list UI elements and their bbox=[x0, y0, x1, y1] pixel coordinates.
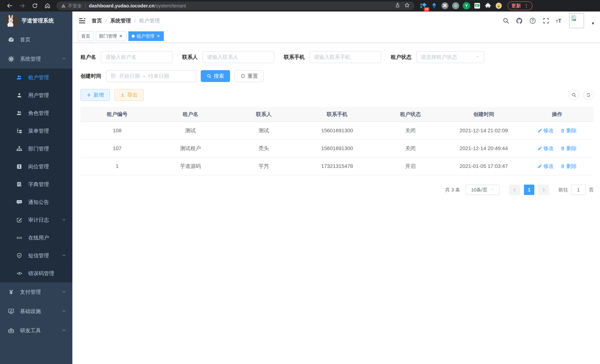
edit-button[interactable]: 修改 bbox=[537, 127, 554, 134]
caret-down-icon[interactable]: ▼ bbox=[591, 21, 595, 26]
contact-input[interactable] bbox=[207, 54, 270, 60]
sidebar-item-notice[interactable]: 通知公告 bbox=[0, 193, 72, 211]
export-button[interactable]: 导出 bbox=[114, 89, 144, 101]
breadcrumb-system[interactable]: 系统管理 bbox=[110, 17, 131, 24]
user-icon bbox=[16, 92, 23, 99]
sidebar-item-post[interactable]: 岗位管理 bbox=[0, 158, 72, 176]
extension-diamond[interactable]: 10 bbox=[420, 2, 427, 9]
delete-button[interactable]: 删除 bbox=[560, 163, 577, 170]
toggle-search-button[interactable] bbox=[569, 90, 579, 100]
sidebar-item-sms[interactable]: 短信管理 bbox=[0, 247, 72, 265]
font-size-button[interactable]: TT bbox=[556, 18, 562, 24]
browser-back-button[interactable] bbox=[4, 1, 16, 10]
close-icon[interactable]: ✕ bbox=[156, 34, 160, 38]
question-circle-icon bbox=[529, 17, 536, 25]
browser-reload-button[interactable] bbox=[29, 1, 41, 10]
sidebar-item-pay[interactable]: ¥ 支付管理 bbox=[0, 282, 72, 302]
hamburger-icon bbox=[78, 17, 86, 25]
goto-label: 前往 bbox=[558, 187, 568, 193]
url-text: dashboard.yudao.iocoder.cn/system/tenant bbox=[89, 3, 395, 9]
pagination: 共 3 条 10条/页 1 前往 页 bbox=[81, 185, 594, 195]
extensions-menu[interactable] bbox=[484, 2, 492, 9]
add-button[interactable]: 新增 bbox=[81, 89, 110, 101]
sidebar-item-error-code[interactable]: </> 错误码管理 bbox=[0, 265, 72, 282]
breadcrumb-home[interactable]: 首页 bbox=[92, 17, 102, 24]
extension-kite[interactable] bbox=[431, 2, 438, 9]
sidebar-item-dev-tools[interactable]: 研发工具 bbox=[0, 321, 72, 340]
tree-icon bbox=[16, 128, 23, 134]
edit-button[interactable]: 修改 bbox=[537, 163, 554, 170]
browser-menu-icon[interactable]: ⋮ bbox=[524, 3, 529, 9]
sidebar-item-label: 审计日志 bbox=[28, 216, 49, 224]
sidebar-item-dict[interactable]: 字典管理 bbox=[0, 176, 72, 193]
avatar[interactable] bbox=[569, 13, 584, 28]
page-size-select[interactable]: 10条/页 bbox=[466, 185, 500, 195]
goto-page-input[interactable] bbox=[571, 185, 586, 195]
sidebar-item-online-users[interactable]: 在线用户 bbox=[0, 229, 72, 247]
edit-button[interactable]: 修改 bbox=[537, 145, 554, 152]
delete-button[interactable]: 删除 bbox=[560, 127, 577, 134]
fullscreen-button[interactable] bbox=[543, 17, 550, 24]
monitor-icon bbox=[8, 308, 14, 315]
badge-icon bbox=[16, 163, 23, 170]
sidebar-item-menu[interactable]: 菜单管理 bbox=[0, 122, 72, 140]
date-range-picker[interactable]: 开始日期 - 结束日期 bbox=[106, 70, 196, 82]
chevron-down-icon bbox=[62, 289, 66, 295]
cell-created: 2021-12-14 21:02:09 bbox=[447, 122, 520, 140]
close-icon[interactable]: ✕ bbox=[119, 34, 123, 38]
profile-avatar[interactable] bbox=[495, 2, 502, 9]
sidebar-item-system[interactable]: 系统管理 bbox=[0, 49, 72, 69]
top-navbar: 首页 / 系统管理 / 租户管理 TT ▼ bbox=[72, 11, 600, 30]
page-content: 租户名 联系人 联系手机 租户状态 请选择租户状态 bbox=[72, 43, 600, 364]
cell-contact: 秃头 bbox=[227, 140, 300, 157]
status-select[interactable]: 请选择租户状态 bbox=[416, 51, 484, 63]
tab-home[interactable]: 首页 bbox=[78, 31, 94, 41]
yen-icon: ¥ bbox=[8, 289, 14, 295]
github-link[interactable] bbox=[516, 17, 523, 24]
share-icon bbox=[395, 2, 400, 8]
tab-tenant[interactable]: 租户管理 ✕ bbox=[128, 31, 164, 41]
security-chip[interactable]: 不安全 bbox=[61, 3, 82, 9]
browser-home-button[interactable] bbox=[42, 1, 53, 10]
search-button[interactable]: 搜索 bbox=[201, 70, 230, 82]
sidebar-item-dept[interactable]: 部门管理 bbox=[0, 140, 72, 158]
extension-recorder[interactable] bbox=[452, 2, 459, 9]
help-button[interactable] bbox=[529, 17, 536, 24]
bookmark-button[interactable] bbox=[404, 2, 410, 9]
extension-y[interactable]: Y bbox=[463, 2, 470, 9]
page-1-button[interactable]: 1 bbox=[524, 185, 534, 195]
sidebar-logo[interactable]: 芋道管理系统 bbox=[0, 11, 72, 30]
tab-dept[interactable]: 部门管理 ✕ bbox=[96, 31, 126, 41]
browser-update-button[interactable]: 更新 ⋮ bbox=[508, 1, 533, 10]
extension-command[interactable]: ⌘ bbox=[441, 2, 449, 9]
sidebar-item-user[interactable]: 用户管理 bbox=[0, 86, 72, 104]
cell-actions: 修改 删除 bbox=[520, 157, 594, 175]
sidebar: 芋道管理系统 首页 系统管理 租户管理 用户管理 bbox=[0, 11, 72, 364]
refresh-table-button[interactable] bbox=[583, 90, 594, 100]
sidebar-item-label: 角色管理 bbox=[28, 110, 49, 117]
header-search-button[interactable] bbox=[502, 17, 509, 24]
prev-page-button[interactable] bbox=[509, 185, 520, 195]
browser-forward-button[interactable] bbox=[16, 1, 28, 10]
refresh-icon bbox=[586, 92, 591, 98]
sidebar-item-tenant[interactable]: 租户管理 bbox=[0, 69, 72, 86]
edit-pen-icon bbox=[537, 146, 542, 151]
table-row: 107 测试租户 秃头 15601691300 关闭 2021-12-14 20… bbox=[81, 140, 594, 157]
next-page-button[interactable] bbox=[538, 185, 549, 195]
delete-button[interactable]: 删除 bbox=[560, 145, 577, 152]
sidebar-toggle-button[interactable] bbox=[78, 17, 86, 25]
extension-chat[interactable] bbox=[473, 2, 481, 9]
contact-label: 联系人 bbox=[182, 54, 198, 61]
tenant-name-input[interactable] bbox=[105, 54, 168, 60]
reset-button[interactable]: 重置 bbox=[234, 70, 264, 82]
sidebar-item-infra[interactable]: 基础设施 bbox=[0, 302, 72, 321]
sidebar-item-role[interactable]: 角色管理 bbox=[0, 104, 72, 122]
gauge-icon bbox=[8, 36, 14, 43]
sidebar-item-label: 部门管理 bbox=[28, 145, 49, 152]
mobile-input[interactable] bbox=[314, 54, 377, 60]
sidebar-item-audit-log[interactable]: 审计日志 bbox=[0, 211, 72, 229]
share-button[interactable] bbox=[395, 2, 400, 9]
security-label: 不安全 bbox=[68, 3, 82, 9]
sidebar-item-home[interactable]: 首页 bbox=[0, 30, 72, 49]
address-bar[interactable]: 不安全 dashboard.yudao.iocoder.cn/system/te… bbox=[56, 1, 414, 10]
